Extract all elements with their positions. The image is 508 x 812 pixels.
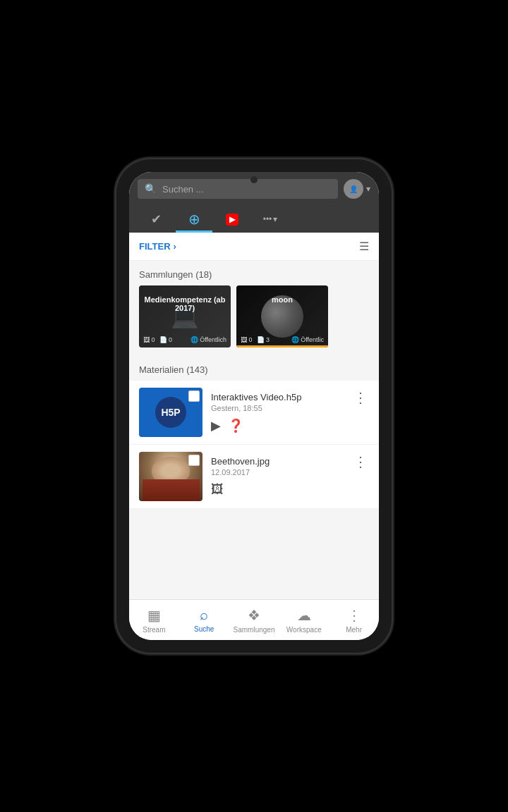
question-icon[interactable]: ❓ [228, 418, 243, 433]
chevron-down-tabs-icon: ▾ [273, 214, 277, 224]
collections-icon: ❖ [248, 607, 260, 624]
card-1-file-count: 📄 0 [159, 336, 173, 343]
search-nav-icon: ⌕ [200, 607, 208, 623]
collection-card-2[interactable]: moon 🖼 0 📄 3 🌐 Öffentlic [236, 285, 328, 347]
search-placeholder: Suchen ... [162, 184, 204, 195]
globe-icon-1: 🌐 [190, 336, 198, 343]
bottom-nav: ▦ Stream ⌕ Suche ❖ Sammlungen ☁ Workspac… [129, 599, 379, 640]
phone-screen: 🔍 Suchen ... 👤 ▾ ✔ ⊕ [129, 172, 379, 640]
search-nav-label: Suche [194, 625, 214, 633]
card-2-img-count: 🖼 0 [241, 336, 253, 343]
workspace-icon: ☁ [297, 607, 311, 624]
materials-header: Materialien (143) [129, 356, 379, 381]
card-1-meta: 🖼 0 📄 0 🌐 Öffentlich [143, 336, 226, 343]
more-dots-icon: ••• [263, 214, 272, 224]
collections-row: 💻 Medienkompetenz (ab 2017) 🖼 0 📄 0 🌐 Öf [129, 285, 379, 347]
card-2-public: 🌐 Öffentlic [291, 336, 324, 343]
card-1-public: 🌐 Öffentlich [190, 336, 226, 343]
check-icon: ✔ [151, 211, 162, 227]
material-1-date: Gestern, 18:55 [211, 404, 344, 412]
filter-label[interactable]: FILTER › [139, 241, 176, 252]
collections-nav-label: Sammlungen [234, 626, 275, 634]
card-1-overlay: Medienkompetenz (ab 2017) 🖼 0 📄 0 🌐 Öffe… [139, 285, 231, 347]
nav-stream[interactable]: ▦ Stream [129, 603, 179, 638]
material-2-menu[interactable]: ⋮ [352, 452, 369, 472]
card-1-visibility: Öffentlich [200, 336, 226, 343]
card-2-file-count: 📄 3 [257, 336, 270, 343]
workspace-label: Workspace [286, 626, 322, 634]
tab-youtube[interactable]: ▶ [214, 206, 250, 233]
nav-search[interactable]: ⌕ Suche [179, 603, 229, 637]
card-2-counts: 🖼 0 📄 3 [241, 336, 270, 343]
avatar-area[interactable]: 👤 ▾ [344, 179, 370, 199]
material-item-2: Beethoven.jpg 12.09.2017 🖼 ⋮ [129, 445, 379, 509]
material-1-menu[interactable]: ⋮ [352, 388, 369, 407]
search-box[interactable]: 🔍 Suchen ... [138, 179, 338, 199]
filter-chevron-icon: › [174, 241, 176, 252]
material-1-thumb[interactable]: H5P [139, 388, 202, 437]
collections-header: Sammlungen (18) [129, 261, 379, 285]
play-icon[interactable]: ▶ [211, 418, 221, 433]
youtube-icon: ▶ [226, 214, 238, 226]
material-2-info: Beethoven.jpg 12.09.2017 🖼 [211, 456, 344, 497]
nav-more[interactable]: ⋮ Mehr [329, 603, 379, 638]
filter-tabs: ✔ ⊕ ▶ ••• ▾ [138, 206, 370, 233]
circle-plus-icon: ⊕ [188, 211, 200, 228]
chevron-down-icon: ▾ [366, 184, 370, 194]
tab-more[interactable]: ••• ▾ [252, 206, 289, 233]
material-item-1: H5P Interaktives Video.h5p Gestern, 18:5… [129, 381, 379, 445]
h5p-logo: H5P [155, 397, 186, 428]
material-1-info: Interaktives Video.h5p Gestern, 18:55 ▶ … [211, 392, 344, 433]
materials-list: H5P Interaktives Video.h5p Gestern, 18:5… [129, 381, 379, 509]
materials-header-text: Materialien (143) [139, 364, 208, 375]
globe-icon-2: 🌐 [291, 336, 299, 343]
card-2-accent [236, 345, 328, 347]
card-2-title: moon [241, 295, 324, 304]
card-1-counts: 🖼 0 📄 0 [143, 336, 172, 343]
material-2-checkbox[interactable] [188, 455, 200, 466]
stream-label: Stream [143, 626, 165, 634]
search-icon: 🔍 [145, 183, 157, 195]
material-2-name: Beethoven.jpg [211, 456, 344, 467]
material-2-actions: 🖼 [211, 482, 344, 497]
filter-bar: FILTER › ☰ [129, 233, 379, 261]
material-1-actions: ▶ ❓ [211, 418, 344, 433]
material-2-date: 12.09.2017 [211, 468, 344, 476]
card-1-img-count: 🖼 0 [143, 336, 155, 343]
filter-text: FILTER [139, 241, 171, 252]
card-1-title: Medienkompetenz (ab 2017) [143, 295, 226, 312]
main-content: FILTER › ☰ Sammlungen (18) 💻 Medienkompe… [129, 233, 379, 599]
image-icon[interactable]: 🖼 [211, 482, 224, 497]
nav-collections[interactable]: ❖ Sammlungen [229, 603, 279, 638]
material-2-thumb[interactable] [139, 452, 202, 501]
collection-card-1[interactable]: 💻 Medienkompetenz (ab 2017) 🖼 0 📄 0 🌐 Öf [139, 285, 231, 347]
more-icon: ⋮ [347, 607, 361, 624]
tab-check[interactable]: ✔ [138, 206, 174, 233]
material-1-checkbox[interactable] [188, 390, 200, 402]
avatar-letter: 👤 [349, 185, 358, 193]
stream-icon: ▦ [147, 607, 161, 624]
phone-frame: 🔍 Suchen ... 👤 ▾ ✔ ⊕ [116, 159, 392, 653]
collections-header-text: Sammlungen (18) [139, 269, 212, 280]
tab-circle[interactable]: ⊕ [176, 206, 212, 233]
more-label: Mehr [346, 626, 362, 634]
list-view-icon[interactable]: ☰ [359, 240, 369, 253]
avatar: 👤 [344, 179, 363, 199]
material-1-name: Interaktives Video.h5p [211, 392, 344, 402]
card-2-overlay: moon 🖼 0 📄 3 🌐 Öffentlic [236, 285, 328, 347]
camera-dot [250, 176, 258, 183]
card-2-visibility: Öffentlic [301, 336, 324, 343]
nav-workspace[interactable]: ☁ Workspace [279, 603, 329, 638]
card-2-meta: 🖼 0 📄 3 🌐 Öffentlic [241, 336, 324, 343]
